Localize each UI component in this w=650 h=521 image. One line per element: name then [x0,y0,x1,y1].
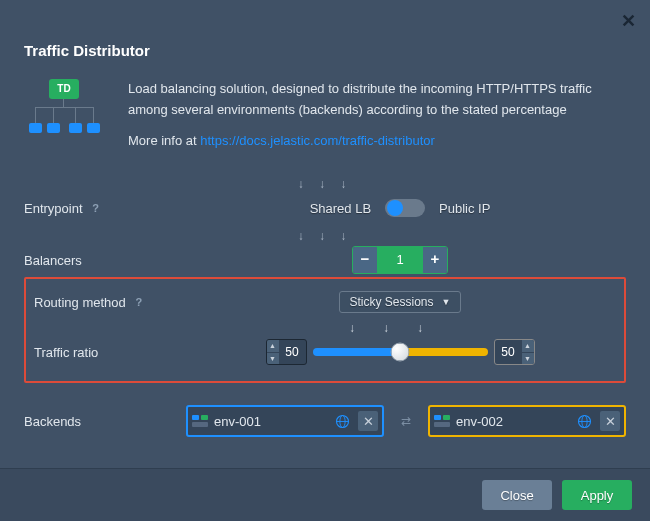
balancers-label: Balancers [24,253,82,268]
spinner-down-icon[interactable]: ▼ [522,353,534,365]
backends-label: Backends [24,414,81,429]
globe-icon[interactable] [574,411,594,431]
flow-arrows: ↓ ↓ ↓ [24,175,626,193]
ratio-right-spinner[interactable]: 50 ▲ ▼ [494,339,535,365]
backend-left-input[interactable]: env-001 ✕ [186,405,384,437]
ratio-right-value: 50 [495,340,522,364]
backend-right-value: env-002 [456,414,568,429]
close-button[interactable]: Close [482,480,552,510]
ratio-left-spinner[interactable]: ▲ ▼ 50 [266,339,307,365]
traffic-ratio-label: Traffic ratio [34,345,98,360]
backend-left-value: env-001 [214,414,326,429]
swap-icon[interactable]: ⇄ [396,415,416,427]
flow-arrows: ↓ ↓ ↓ [24,227,626,245]
routing-method-select[interactable]: Sticky Sessions ▼ [339,291,462,313]
app-icon: TD [24,79,104,151]
help-icon[interactable]: ? [132,295,146,309]
td-root-node: TD [49,79,79,99]
chevron-down-icon: ▼ [442,297,451,307]
more-info-prefix: More info at [128,133,200,148]
td-child-node [29,123,42,133]
clear-icon[interactable]: ✕ [358,411,378,431]
routing-method-label: Routing method [34,295,126,310]
balancers-increment[interactable]: + [423,247,447,273]
description: Load balancing solution, designed to dis… [128,79,626,151]
routing-method-value: Sticky Sessions [350,295,434,309]
dialog-title: Traffic Distributor [24,0,626,79]
traffic-distributor-dialog: ✕ Traffic Distributor TD Load balancing … [0,0,650,521]
close-icon[interactable]: ✕ [621,10,636,32]
header-row: TD Load balancing solution, designed to … [24,79,626,151]
flow-arrows: ↓↓↓ [34,321,616,335]
td-child-node [69,123,82,133]
docs-link[interactable]: https://docs.jelastic.com/traffic-distri… [200,133,435,148]
highlight-box: Routing method ? Sticky Sessions ▼ ↓↓↓ T… [24,277,626,383]
backend-right-input[interactable]: env-002 ✕ [428,405,626,437]
entrypoint-option-public-ip: Public IP [439,201,490,216]
balancers-decrement[interactable]: − [353,247,377,273]
entrypoint-label: Entrypoint [24,201,83,216]
td-child-node [87,123,100,133]
spinner-down-icon[interactable]: ▼ [267,353,279,365]
ratio-left-value: 50 [279,340,306,364]
environment-icon [192,415,208,427]
ratio-slider[interactable] [313,348,488,356]
slider-thumb[interactable] [391,343,410,362]
entrypoint-toggle[interactable] [385,199,425,217]
description-text: Load balancing solution, designed to dis… [128,79,626,121]
balancers-stepper: − 1 + [352,246,448,274]
apply-button[interactable]: Apply [562,480,632,510]
entrypoint-option-shared-lb: Shared LB [310,201,371,216]
clear-icon[interactable]: ✕ [600,411,620,431]
environment-icon [434,415,450,427]
td-child-node [47,123,60,133]
balancers-value[interactable]: 1 [377,247,423,273]
spinner-up-icon[interactable]: ▲ [522,340,534,353]
globe-icon[interactable] [332,411,352,431]
dialog-footer: Close Apply [0,468,650,521]
spinner-up-icon[interactable]: ▲ [267,340,279,353]
help-icon[interactable]: ? [89,201,103,215]
